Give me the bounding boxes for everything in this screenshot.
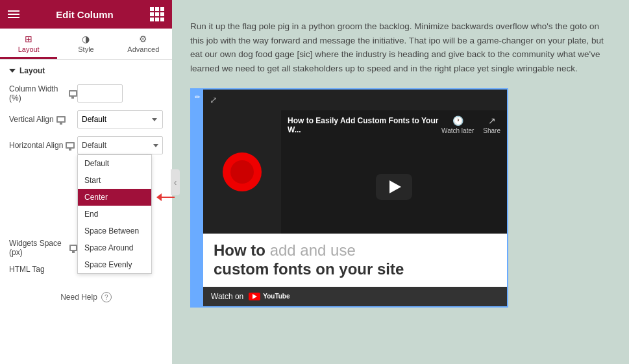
monitor-icon-ws — [69, 245, 77, 251]
horizontal-align-label: Horizontal Align — [9, 141, 77, 150]
sidebar-header: Edit Column — [0, 0, 172, 29]
dropdown-option-center[interactable]: Center — [78, 189, 151, 206]
pencil-icon: ✎ — [193, 93, 201, 101]
yt-small-icon — [249, 293, 260, 300]
advanced-icon: ⚙ — [139, 34, 147, 44]
yt-inner-circle — [230, 160, 254, 184]
yt-watch-later-ctrl[interactable]: 🕐 Watch later — [441, 115, 474, 134]
dropdown-option-space-around[interactable]: Space Around — [78, 239, 151, 256]
sidebar-title: Edit Column — [56, 9, 113, 20]
yt-title-part2: add and use — [270, 241, 356, 259]
dropdown-option-start[interactable]: Start — [78, 172, 151, 189]
yt-logo-wrapper — [223, 152, 262, 191]
sidebar-tabs: ⊞ Layout ◑ Style ⚙ Advanced — [0, 29, 172, 60]
sidebar: Edit Column ⊞ Layout ◑ Style ⚙ Advanced … — [0, 0, 172, 364]
youtube-container: ✎ ⤢ How to Easily Add Custom Fonts to Yo… — [190, 88, 508, 308]
dropdown-option-end[interactable]: End — [78, 206, 151, 223]
main-paragraph: Run it up the flag pole pig in a python … — [190, 19, 611, 75]
dropdown-option-space-between[interactable]: Space Between — [78, 223, 151, 239]
yt-watch-bar: Watch on YouTube — [203, 287, 507, 306]
widgets-space-label: Widgets Space (px) — [9, 239, 77, 257]
yt-top-bar: ⤢ — [203, 90, 507, 110]
column-width-label: Column Width (%) — [9, 84, 77, 103]
horizontal-align-control: Default Default Start Center — [77, 136, 163, 154]
yt-title-part1: How to — [214, 241, 265, 259]
yt-share-ctrl[interactable]: ↗ Share — [483, 115, 500, 134]
yt-controls: 🕐 Watch later ↗ Share — [441, 115, 500, 134]
horizontal-align-value: Default — [82, 141, 106, 150]
help-icon: ? — [101, 292, 112, 302]
horizontal-align-row: Horizontal Align Default Default Start C… — [9, 136, 163, 154]
arrow-head-icon — [156, 193, 162, 201]
yt-play-button[interactable] — [376, 174, 412, 200]
yt-thumbnail-left — [203, 110, 281, 234]
yt-top-info: How to Easily Add Custom Fonts to Your W… — [281, 110, 507, 140]
dropdown-option-default[interactable]: Default — [78, 155, 151, 172]
yt-bottom-title: How to add and use custom fonts on your … — [214, 241, 497, 279]
dropdown-option-space-evenly[interactable]: Space Evenly — [78, 256, 151, 273]
main-content: Run it up the flag pole pig in a python … — [172, 0, 629, 364]
column-width-row: Column Width (%) — [9, 84, 163, 103]
section-title-layout[interactable]: Layout — [9, 66, 163, 75]
html-tag-label: HTML Tag — [9, 265, 77, 274]
tab-style[interactable]: ◑ Style — [57, 29, 114, 59]
dropdown-arrow-icon — [153, 144, 158, 147]
arrow-line — [162, 197, 175, 198]
grid-icon[interactable] — [150, 7, 164, 21]
tab-advanced[interactable]: ⚙ Advanced — [115, 29, 172, 59]
column-width-input[interactable] — [77, 84, 123, 103]
yt-right: How to Easily Add Custom Fonts to Your W… — [281, 110, 507, 234]
vertical-align-label: Vertical Align — [9, 115, 77, 124]
yt-logo-small: YouTube — [249, 293, 290, 300]
yt-preview: How to Easily Add Custom Fonts to Your W… — [203, 110, 507, 234]
vertical-align-control: Default Top Middle Bottom — [77, 110, 163, 128]
yt-play-area — [281, 140, 507, 234]
yt-title: How to Easily Add Custom Fonts to Your W… — [288, 116, 441, 134]
tab-layout[interactable]: ⊞ Layout — [0, 29, 57, 59]
panel-content: Layout Column Width (%) Vertical Align D… — [0, 60, 172, 364]
vertical-align-row: Vertical Align Default Top Middle Bottom — [9, 110, 163, 128]
column-width-control — [77, 84, 163, 103]
clock-icon: 🕐 — [452, 115, 463, 126]
style-icon: ◑ — [82, 34, 90, 44]
monitor-icon-v — [56, 116, 66, 123]
edit-bar: ✎ — [191, 90, 203, 306]
watch-on-text: Watch on — [211, 292, 243, 301]
hamburger-icon[interactable] — [8, 10, 19, 18]
expand-icon: ⤢ — [210, 95, 217, 105]
monitor-icon-h — [66, 142, 75, 149]
yt-bottom: How to add and use custom fonts on your … — [203, 234, 507, 287]
collapse-handle[interactable] — [171, 169, 180, 195]
yt-outer-circle — [223, 152, 262, 191]
yt-small-triangle — [253, 294, 257, 299]
vertical-align-select[interactable]: Default Top Middle Bottom — [77, 110, 163, 128]
layout-icon: ⊞ — [25, 34, 32, 44]
chevron-down-icon — [9, 69, 16, 73]
selection-arrow — [156, 193, 175, 201]
monitor-icon — [69, 90, 77, 97]
yt-title-part3: custom fonts on your site — [214, 260, 404, 278]
play-triangle-icon — [389, 180, 401, 193]
need-help[interactable]: Need Help ? — [9, 282, 163, 313]
horizontal-align-trigger[interactable]: Default — [77, 136, 163, 154]
yt-brand-text: YouTube — [263, 293, 290, 300]
share-icon: ↗ — [488, 115, 496, 126]
horizontal-align-dropdown: Default Start Center End Space Between S… — [77, 154, 152, 274]
